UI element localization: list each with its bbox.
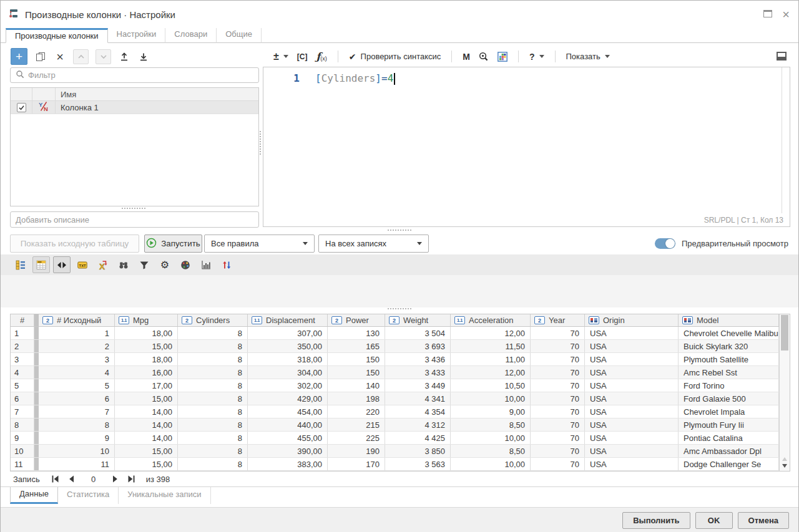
table-row[interactable]: 9914,008455,002254 42510,0070USAPontiac … [11, 432, 790, 445]
rules-select[interactable]: Все правила [204, 235, 315, 253]
grid-scrollbar[interactable] [779, 314, 790, 471]
cancel-button[interactable]: Отмена [738, 512, 789, 529]
export-icon[interactable] [137, 49, 150, 64]
table-view-icon[interactable] [32, 256, 50, 273]
table-cell: 18,00 [115, 327, 178, 339]
splitter-grip[interactable] [388, 308, 411, 309]
tab-settings[interactable]: Настройки [108, 28, 166, 43]
check-icon: ✔ [349, 52, 356, 62]
preview-toggle[interactable] [655, 238, 675, 249]
maximize-button[interactable] [763, 10, 772, 19]
scroll-up-icon[interactable] [782, 457, 787, 461]
execute-button[interactable]: Выполнить [622, 512, 690, 529]
measures-button[interactable]: M [458, 49, 474, 65]
first-record-button[interactable] [47, 473, 64, 485]
table-cell: 5 [39, 379, 115, 392]
table-cell: 165 [328, 340, 385, 352]
sort-icon[interactable] [218, 256, 235, 273]
table-row[interactable]: 111115,008383,001703 56310,0070USADodge … [11, 458, 790, 471]
description-input[interactable]: Добавить описание [10, 211, 259, 228]
table-cell: 15,00 [115, 340, 178, 352]
chart-icon[interactable] [197, 256, 215, 273]
table-row[interactable]: 4416,008304,001503 43312,0070USAAmc Rebe… [11, 366, 790, 379]
tab-derived-columns[interactable]: Производные колонки [6, 28, 108, 43]
table-row[interactable]: 8814,008440,002154 3128,5070USAPlymouth … [11, 418, 790, 432]
splitter-grip[interactable] [260, 131, 261, 155]
splitter-grip[interactable] [388, 230, 411, 231]
table-cell: 11,00 [451, 353, 531, 365]
highlight-colors-icon[interactable] [493, 49, 512, 65]
tab-unique-records[interactable]: Уникальные записи [119, 487, 210, 504]
table-cell: 10,00 [451, 432, 531, 444]
insert-constant-button[interactable]: [C] [293, 49, 312, 65]
table-row[interactable]: 2215,008350,001653 69311,5070USABuick Sk… [11, 340, 790, 353]
column-header: Model [679, 314, 779, 326]
colors-icon[interactable] [177, 256, 194, 273]
next-record-button[interactable] [107, 473, 124, 485]
filter-icon[interactable] [135, 256, 153, 273]
insert-field-button[interactable]: ± [269, 49, 293, 65]
list-item[interactable]: Y N Колонка 1 [11, 101, 258, 114]
move-up-button[interactable] [73, 49, 89, 64]
table-row[interactable]: 101015,008390,001903 8508,5070USAAmc Amb… [11, 445, 790, 458]
filter-placeholder: Фильтр [28, 70, 56, 80]
derived-columns-icon [8, 8, 19, 21]
move-down-button[interactable] [96, 49, 111, 64]
tab-data[interactable]: Данные [10, 487, 58, 504]
code-area[interactable]: 1 [Cylinders]=4 [263, 67, 790, 213]
int-type-icon: 2 [389, 316, 400, 324]
tab-dictionaries[interactable]: Словари [165, 28, 217, 43]
chevron-down-icon [417, 242, 422, 245]
table-row[interactable]: 7714,008454,002204 3549,0070USAChevrolet… [11, 405, 790, 418]
column-name: Колонка 1 [56, 101, 258, 114]
table-cell: 304,00 [248, 366, 328, 379]
editor-scrollbar[interactable] [782, 67, 782, 213]
export-txt-icon[interactable]: TXT [74, 256, 91, 273]
check-syntax-button[interactable]: ✔Проверить синтаксис [345, 49, 445, 65]
code-text: [Cylinders]=4 [315, 72, 395, 85]
fit-width-icon[interactable] [53, 256, 71, 273]
chevron-down-icon [605, 55, 610, 58]
help-button[interactable]: ? [525, 49, 549, 65]
splitter-grip[interactable] [122, 208, 145, 209]
scrollbar-thumb[interactable] [781, 315, 788, 351]
table-row[interactable]: 5517,008302,001403 44910,5070USAFord Tor… [11, 379, 790, 392]
tab-general[interactable]: Общие [217, 28, 262, 43]
add-column-button[interactable]: + [11, 48, 27, 65]
toggle-panel-icon[interactable] [777, 52, 787, 60]
table-row[interactable]: 1118,008307,001303 50412,0070USAChevrole… [11, 327, 790, 340]
find-icon[interactable] [115, 256, 132, 273]
show-menu-button[interactable]: Показать [562, 49, 614, 65]
show-source-table-button[interactable]: Показать исходную таблицу [10, 235, 139, 253]
records-select[interactable]: На всех записях [318, 235, 429, 253]
prev-record-button[interactable] [64, 473, 80, 485]
delete-column-icon[interactable]: × [54, 49, 66, 64]
table-cell: 12,00 [451, 366, 531, 379]
duplicate-icon[interactable] [34, 49, 47, 64]
chevron-down-icon [539, 55, 544, 58]
int-type-icon: 2 [534, 316, 545, 324]
table-row[interactable]: 6615,008429,001984 34110,0070USAFord Gal… [11, 392, 790, 405]
import-icon[interactable] [118, 49, 130, 64]
code-editor[interactable]: 1 [Cylinders]=4 SRL/PDL | Ст 1, Кол 13 [263, 67, 790, 227]
editor-toolbar: ± [C] ƒ(x) ✔Проверить синтаксис M ? Пока… [269, 48, 614, 65]
tab-statistics[interactable]: Статистика [58, 487, 119, 504]
run-button[interactable]: Запустить [144, 235, 202, 253]
export-excel-icon[interactable]: X [94, 256, 112, 273]
table-cell: 4 [39, 366, 115, 379]
table-cell: 8 [39, 418, 115, 431]
ok-button[interactable]: OK [695, 512, 733, 529]
last-record-button[interactable] [124, 473, 140, 485]
detail-view-icon[interactable] [12, 256, 29, 273]
column-header: # [11, 314, 34, 326]
table-cell: 4 425 [385, 432, 451, 444]
close-button[interactable]: × [782, 8, 790, 21]
column-checkbox[interactable] [17, 103, 26, 112]
filter-input[interactable]: Фильтр [10, 67, 259, 83]
settings-icon[interactable]: ⚙ [156, 256, 174, 273]
table-row[interactable]: 3318,008318,001503 43611,0070USAPlymouth… [11, 353, 790, 366]
table-cell: 14,00 [115, 418, 178, 431]
scroll-down-icon[interactable] [782, 464, 787, 468]
insert-function-button[interactable]: ƒ(x) [311, 49, 331, 65]
zoom-icon[interactable] [474, 49, 493, 65]
